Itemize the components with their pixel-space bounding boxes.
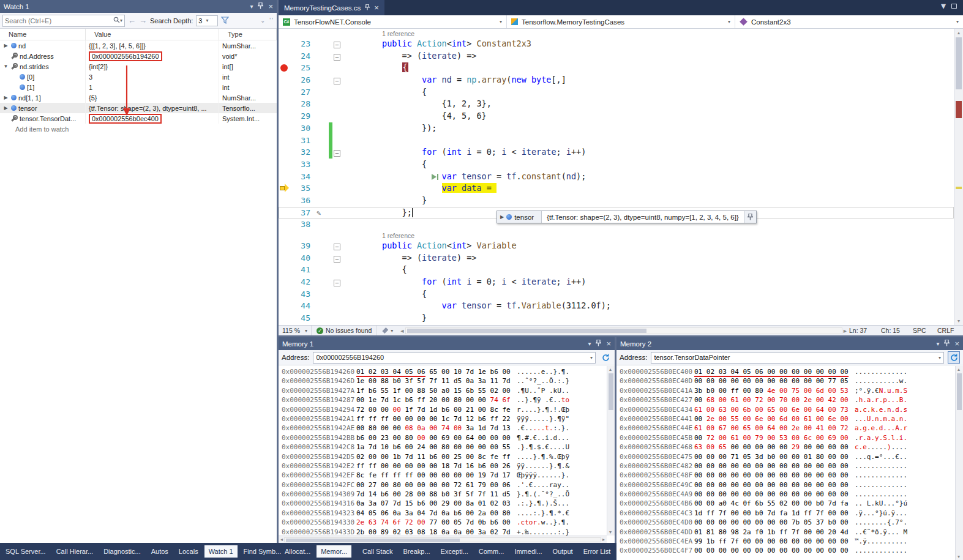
code-text[interactable]: { xyxy=(342,288,954,301)
memory-row[interactable]: 0x000002556B1942A1ff ff ff 00 00 00 00 1… xyxy=(282,414,615,424)
memory-row[interactable]: 0x000002556B1942BBb6 00 23 00 80 00 00 6… xyxy=(282,433,615,442)
code-text[interactable]: } xyxy=(342,312,954,324)
memory-row[interactable]: 0x000002556B0EC46863 00 65 00 00 00 00 0… xyxy=(620,442,963,452)
health-settings[interactable]: ▾ xyxy=(377,326,398,335)
breakpoint-margin[interactable] xyxy=(279,300,291,312)
memory-row[interactable]: 0x000002556B19427A1f b6 55 1f 00 88 50 a… xyxy=(282,386,615,395)
outlining-margin[interactable]: – xyxy=(332,276,342,288)
watch-value[interactable]: 0x000002556b194260 xyxy=(89,51,162,61)
add-watch-item[interactable]: Add item to watch xyxy=(0,124,277,134)
column-name[interactable]: Name xyxy=(0,29,86,40)
memory-row[interactable]: 0x000002556B0EC4DD01 81 80 98 2a f0 1b f… xyxy=(620,528,963,537)
code-text[interactable]: var tensor = tf.Variable(3112.0f); xyxy=(342,300,954,312)
pin-icon[interactable] xyxy=(596,340,601,348)
code-text[interactable]: 1 reference xyxy=(342,231,954,240)
fold-collapse-icon[interactable]: – xyxy=(334,78,340,84)
watch-value[interactable]: {int[2]} xyxy=(89,63,108,70)
code-line[interactable]: 42–for (int i = 0; i < iterate; i++) xyxy=(279,276,954,288)
breakpoint-margin[interactable] xyxy=(279,29,291,38)
memory-row[interactable]: 0x000002556B0EC4D000 00 00 00 00 00 00 0… xyxy=(620,518,963,527)
toolbar-overflow-icon[interactable]: ⌄ '' xyxy=(260,17,274,24)
memory-row[interactable]: 0x000002556B1942D502 00 00 1b 7d 11 b6 0… xyxy=(282,452,615,461)
code-text[interactable]: public Action<int> Variable xyxy=(342,240,954,252)
memory-row[interactable]: 0x000002556B19426001 02 03 04 05 06 65 0… xyxy=(282,367,615,376)
code-line[interactable]: 24–=> (iterate) => xyxy=(279,50,954,62)
address-combo[interactable]: ▾ xyxy=(313,352,596,364)
class-dropdown[interactable]: Tensorflow.MemoryTestingCases ▾ xyxy=(507,15,735,28)
run-to-cursor-icon[interactable] xyxy=(432,174,437,180)
code-text[interactable]: }); xyxy=(342,122,954,135)
fold-collapse-icon[interactable]: – xyxy=(334,256,340,263)
outlining-margin[interactable] xyxy=(332,218,342,231)
code-text[interactable]: { xyxy=(342,264,954,276)
outlining-margin[interactable] xyxy=(332,29,342,38)
refresh-button[interactable] xyxy=(948,351,960,364)
tool-window-tab[interactable]: Comm... xyxy=(474,545,509,558)
watch-row[interactable]: ▶tensor{tf.Tensor: shape=(2, 3), dtype=u… xyxy=(0,103,277,113)
chevron-down-icon[interactable]: ▾ xyxy=(936,341,939,347)
code-line[interactable]: 26–var nd = np.array(new byte[,] xyxy=(279,74,954,86)
close-icon[interactable]: × xyxy=(606,341,611,347)
zoom-control[interactable]: 115 % ▾ xyxy=(279,326,312,335)
chevron-down-icon[interactable]: ▾ xyxy=(250,4,253,10)
memory-row[interactable]: 0x000002556B1943160a 3a 07 7d 15 b6 00 2… xyxy=(282,499,615,508)
watch-row[interactable]: ▼nd.strides{int[2]}int[] xyxy=(0,61,277,72)
watch-row[interactable]: nd.Address0x000002556b194260void* xyxy=(0,51,277,61)
code-line[interactable]: 28{1, 2, 3}, xyxy=(279,98,954,110)
tool-window-tab[interactable]: Immedi... xyxy=(510,545,546,558)
scroll-up-icon[interactable]: ▴ xyxy=(954,30,963,35)
outlining-margin[interactable] xyxy=(332,98,342,110)
memory-row[interactable]: 0x000002556B0EC49C00 00 00 00 00 00 00 0… xyxy=(620,480,963,490)
watch-row[interactable]: ▶nd{[[1, 2, 3], [4, 5, 6]]}NumShar... xyxy=(0,40,277,51)
chevron-down-icon[interactable]: ▾ xyxy=(588,341,591,347)
codelens-row[interactable]: 1 reference xyxy=(279,29,954,38)
watch-value[interactable]: {5} xyxy=(89,94,97,102)
watch-value[interactable]: 3 xyxy=(89,73,92,81)
editor-horizontal-scrollbar[interactable]: ◂ ▸ xyxy=(398,326,849,335)
code-text[interactable]: => (iterate) => xyxy=(342,50,954,62)
watch-value[interactable]: {[[1, 2, 3], [4, 5, 6]]} xyxy=(89,42,146,50)
breakpoint-margin[interactable] xyxy=(279,312,291,324)
scroll-right-icon[interactable]: ▸ xyxy=(844,327,847,334)
scroll-down-icon[interactable]: ▾ xyxy=(609,529,612,535)
code-line[interactable]: 32–for (int i = 0; i < iterate; i++) xyxy=(279,146,954,159)
memory-row[interactable]: 0x000002556B19426D1e 00 88 b0 3f 5f 7f 1… xyxy=(282,376,615,386)
outlining-margin[interactable] xyxy=(332,171,342,183)
watch-grid-header[interactable]: Name Value Type xyxy=(0,29,277,40)
close-icon[interactable]: × xyxy=(954,341,959,347)
code-text[interactable]: { xyxy=(342,159,954,171)
project-dropdown[interactable]: C# TensorFlowNET.Console ▾ xyxy=(279,15,507,28)
fold-collapse-icon[interactable]: – xyxy=(334,54,340,61)
close-icon[interactable]: × xyxy=(268,4,273,10)
forward-arrow-icon[interactable]: → xyxy=(139,16,147,25)
memory-row[interactable]: 0x000002556B0EC47500 00 00 71 05 3d b0 0… xyxy=(620,452,963,461)
refresh-button[interactable] xyxy=(599,351,612,364)
memory-row[interactable]: 0x000002556B0EC44E61 00 67 00 65 00 64 0… xyxy=(620,424,963,433)
outlining-margin[interactable] xyxy=(332,300,342,312)
memory-row[interactable]: 0x000002556B0EC4F700 00 00 00 00 00 00 0… xyxy=(620,546,963,555)
filter-icon[interactable] xyxy=(221,17,229,25)
watch-row[interactable]: [0]3int xyxy=(0,72,277,82)
float-window-icon[interactable] xyxy=(951,4,957,9)
scroll-left-icon[interactable]: ◂ xyxy=(280,537,283,542)
memory-row[interactable]: 0x000002556B1942C81a 7d 10 b6 00 24 00 8… xyxy=(282,442,615,452)
code-text[interactable]: { xyxy=(342,62,954,74)
outlining-margin[interactable] xyxy=(332,86,342,99)
tool-window-tab[interactable]: Autos xyxy=(147,545,173,558)
code-line[interactable]: 39–public Action<int> Variable xyxy=(279,240,954,252)
code-text[interactable]: var data = xyxy=(342,182,954,195)
memory-row[interactable]: 0x000002556B1943097d 14 b6 00 28 00 88 b… xyxy=(282,490,615,499)
memory-row[interactable]: 0x000002556B0EC4EA99 1b ff 7f 00 00 00 0… xyxy=(620,537,963,546)
memory-row[interactable]: 0x000002556B1943302e 63 74 6f 72 00 77 0… xyxy=(282,518,615,527)
column-value[interactable]: Value xyxy=(86,29,219,40)
breakpoint-margin[interactable] xyxy=(279,218,291,231)
memory-row[interactable]: 0x000002556B0EC4C31d ff 7f 00 00 b0 7d f… xyxy=(620,509,963,518)
pin-icon[interactable] xyxy=(258,2,263,10)
fold-collapse-icon[interactable]: – xyxy=(334,244,340,250)
breakpoint-margin[interactable] xyxy=(279,135,291,147)
code-line[interactable]: 43{ xyxy=(279,288,954,301)
address-input[interactable] xyxy=(316,354,590,361)
code-line[interactable]: 44var tensor = tf.Variable(3112.0f); xyxy=(279,300,954,312)
memory-row[interactable]: 0x000002556B1942FC00 27 00 80 00 00 00 0… xyxy=(282,480,615,490)
tool-window-tab[interactable]: Excepti... xyxy=(437,545,473,558)
